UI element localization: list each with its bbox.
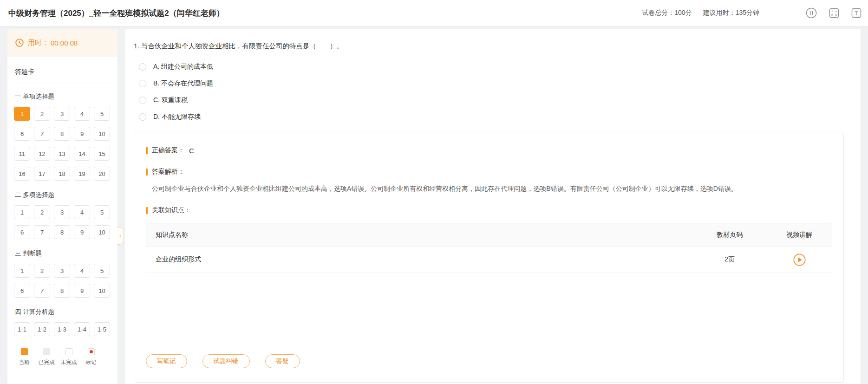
table-row: 企业的组织形式2页 [146,247,832,273]
question-number-button[interactable]: 8 [54,127,70,141]
top-bar: 中级财务管理（2025）_轻一全程班模拟试题2（闫华红老师） 试卷总分：100分… [0,0,868,26]
legend-label: 未完成 [61,359,77,366]
question-number-button[interactable]: 6 [14,225,30,239]
pause-icon[interactable] [806,7,817,19]
option-label: A. 组建公司的成本低 [153,63,213,71]
question-number-button[interactable]: 19 [74,167,90,181]
table-header-cell: 教材页码 [692,231,767,239]
question-number-button[interactable]: 5 [94,264,110,278]
knowledge-table-body: 企业的组织形式2页 [146,247,832,273]
question-number-button[interactable]: 18 [54,167,70,181]
question-number-button[interactable]: 3 [54,264,70,278]
question-number-button[interactable]: 8 [54,284,70,298]
question-number-button[interactable]: 16 [14,167,30,181]
question-number-button[interactable]: 2 [34,205,50,219]
option-radio[interactable] [139,113,146,121]
ask-question-button[interactable]: 答疑 [265,354,300,368]
knowledge-row: 关联知识点： [146,206,832,215]
question-grid: 1234567891011121314151617181920 [7,106,117,182]
question-number-button[interactable]: 6 [14,284,30,298]
question-number-button[interactable]: 1 [14,205,30,219]
chevron-left-icon: ‹ [119,233,121,239]
question-number-button[interactable]: 4 [74,264,90,278]
legend-item: 已完成 [35,348,58,366]
font-size-icon[interactable]: T [851,8,861,18]
option-row[interactable]: B. 不会存在代理问题 [139,75,849,92]
marked-dot [90,350,93,353]
correct-answer-value: C [189,147,194,155]
question-number-button[interactable]: 9 [74,127,90,141]
question-number-button[interactable]: 8 [54,225,70,239]
question-number-button[interactable]: 20 [94,167,110,181]
question-number-button[interactable]: 7 [34,225,50,239]
calculator-icon[interactable]: +−×= [829,8,839,18]
total-score-label: 试卷总分：100分 [642,9,692,17]
legend-label: 当前 [19,359,30,366]
question-grid: 12345678910 [7,263,117,299]
section-title: 一 单项选择题 [7,83,117,106]
write-note-button[interactable]: 写笔记 [146,354,187,368]
question-number-button[interactable]: 3 [54,205,70,219]
play-icon[interactable] [793,254,806,266]
question-number-button[interactable]: 4 [74,205,90,219]
sidebar-collapse-button[interactable]: ‹ [117,227,124,245]
question-number-button[interactable]: 3 [54,107,70,121]
question-number-button[interactable]: 12 [34,147,50,161]
legend-item: 标记 [80,348,102,366]
analysis-label: 答案解析： [152,168,184,176]
question-number-button[interactable]: 10 [94,127,110,141]
exam-page: { "colors": { "accent_orange": "#f7941e"… [0,0,868,384]
legend-swatch-marked [88,348,95,355]
question-number-button[interactable]: 2 [34,264,50,278]
question-grid: 1-11-21-31-41-5 [7,321,117,337]
question-number-button[interactable]: 17 [34,167,50,181]
option-radio[interactable] [139,97,146,104]
question-number-button[interactable]: 5 [94,107,110,121]
top-bar-right: 试卷总分：100分 建议用时：135分钟 +−×= T [642,7,861,19]
question-number-button[interactable]: 13 [54,147,70,161]
option-radio[interactable] [139,63,146,71]
section-marker [146,207,148,214]
question-number-button[interactable]: 1-5 [94,322,110,336]
answer-sheet-sidebar: 用时： 00:00:08 答题卡 一 单项选择题1234567891011121… [7,29,117,384]
exam-title: 中级财务管理（2025）_轻一全程班模拟试题2（闫华红老师） [8,8,224,19]
question-number-button[interactable]: 4 [74,107,90,121]
option-row[interactable]: A. 组建公司的成本低 [139,59,849,75]
option-list: A. 组建公司的成本低B. 不会存在代理问题C. 双重课税D. 不能无限存续 [139,59,849,125]
question-number-button[interactable]: 1-1 [14,322,30,336]
suggested-time-label: 建议用时：135分钟 [703,9,759,17]
legend-label: 标记 [86,359,97,366]
question-number-button[interactable]: 7 [34,127,50,141]
question-number-button[interactable]: 1-2 [34,322,50,336]
table-header-cell: 视频讲解 [767,231,832,239]
legend-swatch-todo [65,348,72,355]
question-number-button[interactable]: 11 [14,147,30,161]
timer-value: 00:00:08 [51,39,78,47]
action-bar: 写笔记试题纠错答疑 [146,354,832,374]
correct-answer-label: 正确答案： [152,146,184,155]
question-number-button[interactable]: 9 [74,225,90,239]
question-number-button[interactable]: 10 [94,284,110,298]
question-number-button[interactable]: 1-4 [74,322,90,336]
svg-text:=: = [835,13,837,17]
question-number-button[interactable]: 1 [14,264,30,278]
question-number-button[interactable]: 5 [94,205,110,219]
report-error-button[interactable]: 试题纠错 [202,354,250,368]
question-number-button[interactable]: 15 [94,147,110,161]
legend-swatch-current [21,348,28,355]
legend-item: 未完成 [58,348,80,366]
question-number-button[interactable]: 1 [14,107,30,121]
question-number-button[interactable]: 9 [74,284,90,298]
option-row[interactable]: D. 不能无限存续 [139,109,849,125]
question-number-button[interactable]: 2 [34,107,50,121]
option-row[interactable]: C. 双重课税 [139,92,849,109]
question-number-button[interactable]: 14 [74,147,90,161]
option-radio[interactable] [139,80,146,87]
question-number-button[interactable]: 1-3 [54,322,70,336]
question-number-button[interactable]: 7 [34,284,50,298]
option-label: B. 不会存在代理问题 [153,79,213,88]
legend-label: 已完成 [39,359,55,366]
question-number-button[interactable]: 10 [94,225,110,239]
knowledge-table-header: 知识点名称教材页码视频讲解 [146,223,832,247]
question-number-button[interactable]: 6 [14,127,30,141]
